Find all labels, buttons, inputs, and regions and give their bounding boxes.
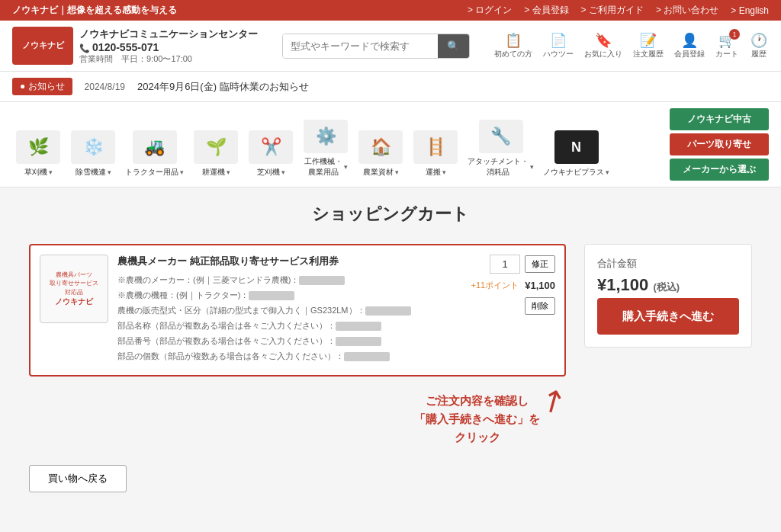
modify-button[interactable]: 修正 [525,255,555,273]
guide-icon: 📋 [503,32,523,49]
notice-date: 2024/8/19 [85,82,125,92]
delete-button[interactable]: 削除 [525,297,555,315]
header-icon-orders[interactable]: 📝 注文履歴 [633,32,664,59]
company-name: ノウキナビコミュニケーションセンター [79,27,258,41]
category-item-cultivator[interactable]: 🌱 耕運機 ▾ [190,127,242,181]
member-icon: 👤 [680,32,699,49]
category-item-attachment[interactable]: 🔧 アタッチメント・消耗品 ▾ [464,117,537,181]
item-field-partno: 部品番号（部品が複数ある場合は各々ご入力ください）： [117,335,424,347]
category-item-grass[interactable]: 🌿 草刈機 ▾ [12,127,64,181]
header-icon-guide[interactable]: 📋 初めての方 [494,32,532,59]
machinery-icon: ⚙️ [304,120,348,153]
lawn-icon: ✂️ [249,130,293,164]
item-field-type: ※農機の機種：(例｜トラクター)： [117,290,424,301]
points-label: +11ポイント [471,280,519,291]
header-icon-favorite[interactable]: 🔖 お気に入り [584,32,622,59]
grass-label: 草刈機 ▾ [24,167,53,178]
item-field-model: 農機の販売型式・区分（詳細の型式まで御入力く｜GS232LM）： [117,305,424,316]
grass-icon: 🌿 [16,130,60,164]
notice-bar: お知らせ 2024/8/19 2024年9月6日(金) 臨時休業のお知らせ [0,72,781,102]
category-item-transport[interactable]: 🪜 運搬 ▾ [410,127,461,181]
header-icon-howto[interactable]: 📄 ハウツー [543,32,574,59]
header-icon-history[interactable]: 🕐 履歴 [749,32,769,59]
continue-shopping-button[interactable]: 買い物へ戻る [29,465,127,492]
category-item-agri[interactable]: 🏠 農業資材 ▾ [355,127,407,181]
orders-icon: 📝 [638,32,658,49]
howto-icon: 📄 [548,32,568,49]
business-hours: 営業時間 平日：9:00〜17:00 [79,53,258,65]
cart-items: 農機具パーツ取り寄せサービス対応品ノウキナビ 農機具メーカー 純正部品取り寄せサ… [29,244,566,492]
contact-link[interactable]: お問い合わせ [656,4,718,17]
cart-icon: 🛒 1 [717,32,737,49]
search-button[interactable]: 🔍 [438,34,469,58]
thumbnail-text: 農機具パーツ取り寄せサービス対応品ノウキナビ [50,271,98,307]
chevron-down-icon-lawn: ▾ [281,168,285,176]
used-button[interactable]: ノウキナビ中古 [670,108,769,130]
item-actions: 1 修正 +11ポイント ¥1,100 削除 [433,255,555,315]
category-item-tractor[interactable]: 🚜 トラクター用品 ▾ [122,127,187,181]
category-icons-row: 🌿 草刈機 ▾ ❄️ 除雪機連 ▾ 🚜 トラクター用品 ▾ 🌱 耕運機 ▾ ✂️… [12,108,769,181]
right-category-buttons: ノウキナビ中古 パーツ取り寄せ メーカーから選ぶ [670,108,769,181]
quantity-row: 1 修正 [490,255,555,274]
category-item-machinery[interactable]: ⚙️ 工作機械・農業用品 ▾ [300,117,352,181]
annotation-area: ご注文内容を確認し 「購入手続きへ進む」を クリック ↗ [29,383,566,447]
chevron-down-icon-attachment: ▾ [530,163,534,171]
transport-label: 運搬 ▾ [426,167,446,178]
partqty-value [344,352,390,361]
tax-note: (税込) [653,281,680,293]
item-field-partqty: 部品の個数（部品が複数ある場合は各々ご入力ください）： [117,351,424,362]
tractor-icon: 🚜 [133,130,177,164]
tractor-label: トラクター用品 ▾ [125,167,184,178]
agri-icon: 🏠 [358,130,403,164]
howto-label: ハウツー [543,49,574,59]
model-value [365,306,411,316]
item-thumbnail: 農機具パーツ取り寄せサービス対応品ノウキナビ [40,255,108,323]
partname-value [336,322,381,331]
nplus-logo: N [554,130,599,164]
chevron-down-icon-machinery: ▾ [344,163,348,171]
login-link[interactable]: ログイン [468,4,512,17]
snow-label: 除雪機連 ▾ [76,167,111,178]
lawn-label: 芝刈機 ▾ [257,167,285,178]
search-input[interactable] [283,34,438,58]
machinery-label: 工作機械・農業用品 ▾ [304,156,348,178]
favorite-icon: 🔖 [593,32,613,49]
header: ノウキナビ ノウキナビコミュニケーションセンター 0120-555-071 営業… [0,21,781,72]
chevron-down-icon: ▾ [49,168,53,176]
notice-text: 2024年9月6日(金) 臨時休業のお知らせ [137,80,309,94]
page-title: ショッピングカート [29,203,752,226]
chevron-down-icon-snow: ▾ [108,168,111,176]
header-icon-member[interactable]: 👤 会員登録 [674,32,705,59]
cart-label: カート [715,49,738,59]
chevron-down-icon-cultivator: ▾ [227,168,230,176]
top-bar: ノウキナビ｜想像を超える感動を与える ログイン 会員登録 ご利用ガイド お問い合… [0,0,781,21]
chevron-down-icon-transport: ▾ [442,168,446,176]
item-title: 農機具メーカー 純正部品取り寄せサービス利用券 [117,255,424,268]
chevron-down-icon-tractor: ▾ [180,168,184,176]
category-item-snow[interactable]: ❄️ 除雪機連 ▾ [67,127,119,181]
checkout-button[interactable]: 購入手続きへ進む [597,298,739,335]
total-label: 合計金額 [597,257,739,271]
item-field-partname: 部品名称（部品が複数ある場合は各々ご入力ください）： [117,320,424,332]
search-area[interactable]: 🔍 [282,34,470,59]
guide-label: 初めての方 [494,49,532,59]
logo-image: ノウキナビ [12,27,73,65]
cart-item-card: 農機具パーツ取り寄せサービス対応品ノウキナビ 農機具メーカー 純正部品取り寄せサ… [29,244,566,377]
english-link[interactable]: English [731,5,769,16]
guide-link[interactable]: ご利用ガイド [581,4,644,17]
header-icon-cart[interactable]: 🛒 1 カート [715,32,738,59]
parts-button[interactable]: パーツ取り寄せ [670,133,769,155]
item-field-maker: ※農機のメーカー：(例｜三菱マヒンドラ農機)： [117,274,424,286]
brand-slogan: ノウキナビ｜想像を超える感動を与える [12,4,177,17]
history-label: 履歴 [751,49,767,59]
chevron-down-icon-nplus: ▾ [606,168,609,176]
maker-button[interactable]: メーカーから選ぶ [670,159,769,181]
total-amount: ¥1,100 [597,275,648,294]
header-icons: 📋 初めての方 📄 ハウツー 🔖 お気に入り 📝 注文履歴 👤 会員登録 🛒 1… [494,32,769,59]
cart-summary: 合計金額 ¥1,100 (税込) 購入手続きへ進む [584,244,752,348]
category-item-lawn[interactable]: ✂️ 芝刈機 ▾ [245,127,297,181]
category-item-nplus[interactable]: N ノウキナビプラス ▾ [540,127,612,181]
item-details: 農機具メーカー 純正部品取り寄せサービス利用券 ※農機のメーカー：(例｜三菱マヒ… [117,255,424,366]
register-link[interactable]: 会員登録 [524,4,568,17]
quantity-display: 1 [490,255,520,274]
